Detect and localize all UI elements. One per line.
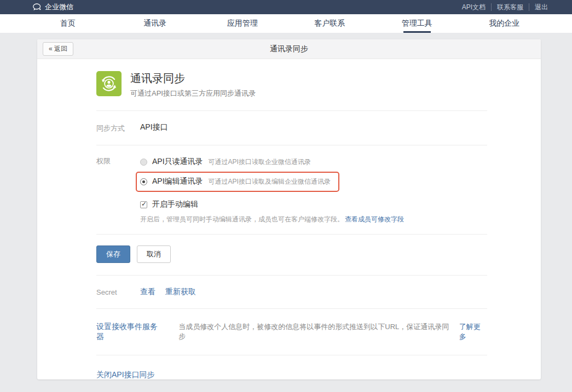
callback-server-desc: 当成员修改个人信息时，被修改的信息将以事件的形式推送到以下URL，保证通讯录同步 [178,322,452,342]
radio-api-edit-label[interactable]: API编辑通讯录 [152,177,203,186]
close-api-sync-row: 关闭API接口同步 [37,355,541,379]
topbar-link-contact-support[interactable]: 联系客服 [491,3,529,11]
permission-label: 权限 [96,155,140,224]
permission-options: API只读通讯录 可通过API接口读取企业微信通讯录 API编辑通讯录 可通过A… [140,155,404,224]
radio-api-readonly-desc: 可通过API接口读取企业微信通讯录 [209,157,311,167]
app-titles: 通讯录同步 可通过API接口或第三方应用同步通讯录 [130,71,256,98]
action-buttons-row: 保存 取消 [37,235,541,275]
radio-api-edit[interactable] [140,178,147,185]
secret-view-link[interactable]: 查看 [140,287,155,297]
app-heading-row: 通讯录同步 可通过API接口或第三方应用同步通讯录 [37,59,541,110]
permission-option-readonly: API只读通讯录 可通过API接口读取企业微信通讯录 [140,155,404,168]
main-nav: 首页 通讯录 应用管理 客户联系 管理工具 我的企业 [0,14,572,33]
app-subtitle: 可通过API接口或第三方应用同步通讯录 [130,89,256,98]
card-header: « 返回 通讯录同步 [37,39,541,59]
contacts-sync-icon [96,71,122,96]
sync-method-value: API接口 [140,122,168,133]
permission-row: 权限 API只读通讯录 可通过API接口读取企业微信通讯录 API编辑通讯录 可… [37,145,541,234]
topbar-link-logout[interactable]: 退出 [529,3,548,11]
secret-label: Secret [96,287,140,297]
topbar: 企业微信 API文档 联系客服 退出 [0,0,572,14]
sync-method-label: 同步方式 [96,122,140,133]
back-button[interactable]: « 返回 [43,42,73,56]
checkbox-manual-edit-label[interactable]: 开启手动编辑 [152,200,198,209]
manual-edit-line: 开启手动编辑 [140,200,404,209]
radio-api-readonly-label[interactable]: API只读通讯录 [152,157,203,167]
manual-edit-desc-text: 开启后，管理员可同时手动编辑通讯录，成员也可在客户端修改字段。 [140,215,344,223]
highlight-annotation-box: API编辑通讯录 可通过API接口读取及编辑企业微信通讯录 [136,172,339,192]
secret-refresh-link[interactable]: 重新获取 [165,287,196,297]
nav-item-home[interactable]: 首页 [24,14,112,33]
radio-api-readonly[interactable] [140,159,147,166]
page-title: 通讯录同步 [37,44,541,54]
app-title: 通讯录同步 [130,72,256,85]
page-background: « 返回 通讯录同步 通讯录同步 可通过API接口或第三方应用同步通讯录 [0,33,572,392]
cancel-button[interactable]: 取消 [137,245,171,263]
view-editable-fields-link[interactable]: 查看成员可修改字段 [345,215,404,223]
topbar-links: API文档 联系客服 退出 [457,3,548,11]
set-callback-server-link[interactable]: 设置接收事件服务器 [96,322,164,342]
nav-item-customer[interactable]: 客户联系 [286,14,374,33]
radio-api-edit-desc: 可通过API接口读取及编辑企业微信通讯录 [209,177,331,186]
topbar-link-api-docs[interactable]: API文档 [457,3,491,11]
nav-item-apps[interactable]: 应用管理 [199,14,286,33]
secret-links: 查看 重新获取 [140,287,196,297]
wechat-work-logo-icon [33,3,42,11]
sync-method-row: 同步方式 API接口 [37,111,541,145]
brand-label: 企业微信 [45,2,73,12]
save-button[interactable]: 保存 [96,245,130,263]
close-api-sync-link[interactable]: 关闭API接口同步 [96,370,155,379]
manual-edit-desc: 开启后，管理员可同时手动编辑通讯录，成员也可在客户端修改字段。查看成员可修改字段 [140,215,404,224]
contact-sync-card: « 返回 通讯录同步 通讯录同步 可通过API接口或第三方应用同步通讯录 [37,39,541,379]
nav-item-contacts[interactable]: 通讯录 [112,14,199,33]
checkbox-manual-edit[interactable] [140,201,147,208]
nav-item-my-company[interactable]: 我的企业 [461,14,548,33]
learn-more-link[interactable]: 了解更多 [459,322,487,342]
brand[interactable]: 企业微信 [33,2,73,12]
secret-row: Secret 查看 重新获取 [37,276,541,308]
permission-option-edit: API编辑通讯录 可通过API接口读取及编辑企业微信通讯录 [140,175,331,188]
callback-server-row: 设置接收事件服务器 当成员修改个人信息时，被修改的信息将以事件的形式推送到以下U… [37,309,541,355]
nav-item-admin-tools[interactable]: 管理工具 [373,14,461,33]
